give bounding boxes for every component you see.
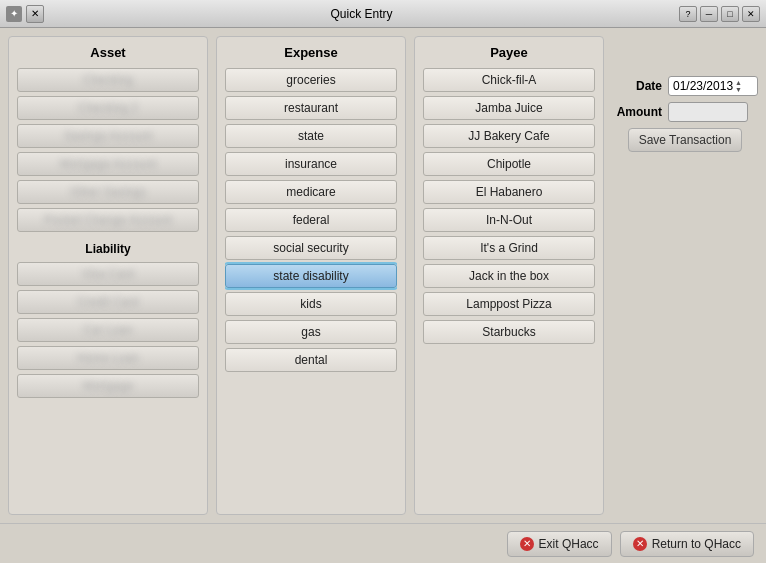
payee-column: Payee Chick-fil-AJamba JuiceJJ Bakery Ca… [414, 36, 604, 515]
right-panel: Date 01/23/2013 ▲ ▼ Amount Save Transact… [612, 36, 758, 515]
app-icon: ✦ [6, 6, 22, 22]
asset-liability-column: Asset CheckingChecking 2Savings AccountM… [8, 36, 208, 515]
amount-label: Amount [612, 105, 662, 119]
expense-item[interactable]: dental [225, 348, 397, 372]
asset-item[interactable]: Checking 2 [17, 96, 199, 120]
asset-item[interactable]: Checking [17, 68, 199, 92]
payee-item[interactable]: El Habanero [423, 180, 595, 204]
payee-item[interactable]: Starbucks [423, 320, 595, 344]
main-content: Asset CheckingChecking 2Savings AccountM… [0, 28, 766, 523]
bottom-bar: ✕ Exit QHacc ✕ Return to QHacc [0, 523, 766, 563]
expense-item[interactable]: federal [225, 208, 397, 232]
asset-item[interactable]: Pocket Change Account [17, 208, 199, 232]
expense-item[interactable]: gas [225, 320, 397, 344]
return-label: Return to QHacc [652, 537, 741, 551]
exit-button[interactable]: ✕ Exit QHacc [507, 531, 612, 557]
liability-item[interactable]: Home Loan [17, 346, 199, 370]
minimize-button[interactable]: ─ [700, 6, 718, 22]
window-title: Quick Entry [330, 7, 392, 21]
asset-item[interactable]: Savings Account [17, 124, 199, 148]
expense-item[interactable]: groceries [225, 68, 397, 92]
payee-item[interactable]: JJ Bakery Cafe [423, 124, 595, 148]
expense-item[interactable]: restaurant [225, 96, 397, 120]
liability-item[interactable]: Credit Card [17, 290, 199, 314]
payee-item[interactable]: Jamba Juice [423, 96, 595, 120]
payee-item[interactable]: It's a Grind [423, 236, 595, 260]
title-bar: ✦ ✕ Quick Entry ? ─ □ ✕ [0, 0, 766, 28]
return-icon: ✕ [633, 537, 647, 551]
asset-header: Asset [17, 45, 199, 60]
date-row: Date 01/23/2013 ▲ ▼ [612, 76, 758, 96]
close-button[interactable]: ✕ [742, 6, 760, 22]
window-close-button[interactable]: ✕ [26, 5, 44, 23]
expense-item[interactable]: state [225, 124, 397, 148]
expense-item[interactable]: kids [225, 292, 397, 316]
title-bar-controls: ? ─ □ ✕ [679, 6, 760, 22]
payee-item[interactable]: Lamppost Pizza [423, 292, 595, 316]
exit-icon: ✕ [520, 537, 534, 551]
date-down-icon[interactable]: ▼ [735, 86, 742, 93]
maximize-button[interactable]: □ [721, 6, 739, 22]
expense-column: Expense groceriesrestaurantstateinsuranc… [216, 36, 406, 515]
date-spinner[interactable]: ▲ ▼ [735, 79, 742, 93]
payee-item[interactable]: Jack in the box [423, 264, 595, 288]
date-value: 01/23/2013 [673, 79, 733, 93]
asset-item[interactable]: Mortgage Account [17, 152, 199, 176]
asset-item[interactable]: Other Savings [17, 180, 199, 204]
expense-item[interactable]: state disability [225, 264, 397, 288]
liability-item[interactable]: Mortgage [17, 374, 199, 398]
expense-header: Expense [225, 45, 397, 60]
asset-list: CheckingChecking 2Savings AccountMortgag… [17, 68, 199, 232]
amount-row: Amount [612, 102, 758, 122]
exit-label: Exit QHacc [539, 537, 599, 551]
payee-item[interactable]: Chipotle [423, 152, 595, 176]
liability-header: Liability [17, 242, 199, 256]
help-button[interactable]: ? [679, 6, 697, 22]
liability-item[interactable]: Car Loan [17, 318, 199, 342]
expense-item[interactable]: medicare [225, 180, 397, 204]
payee-item[interactable]: Chick-fil-A [423, 68, 595, 92]
payee-list: Chick-fil-AJamba JuiceJJ Bakery CafeChip… [423, 68, 595, 344]
date-up-icon[interactable]: ▲ [735, 79, 742, 86]
payee-item[interactable]: In-N-Out [423, 208, 595, 232]
liability-item[interactable]: Visa Card [17, 262, 199, 286]
title-bar-left: ✦ ✕ [6, 5, 44, 23]
date-field[interactable]: 01/23/2013 ▲ ▼ [668, 76, 758, 96]
expense-item[interactable]: insurance [225, 152, 397, 176]
return-button[interactable]: ✕ Return to QHacc [620, 531, 754, 557]
date-label: Date [612, 79, 662, 93]
save-transaction-button[interactable]: Save Transaction [628, 128, 743, 152]
amount-input[interactable] [668, 102, 748, 122]
liability-list: Visa CardCredit CardCar LoanHome LoanMor… [17, 262, 199, 398]
expense-list: groceriesrestaurantstateinsurancemedicar… [225, 68, 397, 372]
payee-header: Payee [423, 45, 595, 60]
expense-item[interactable]: social security [225, 236, 397, 260]
